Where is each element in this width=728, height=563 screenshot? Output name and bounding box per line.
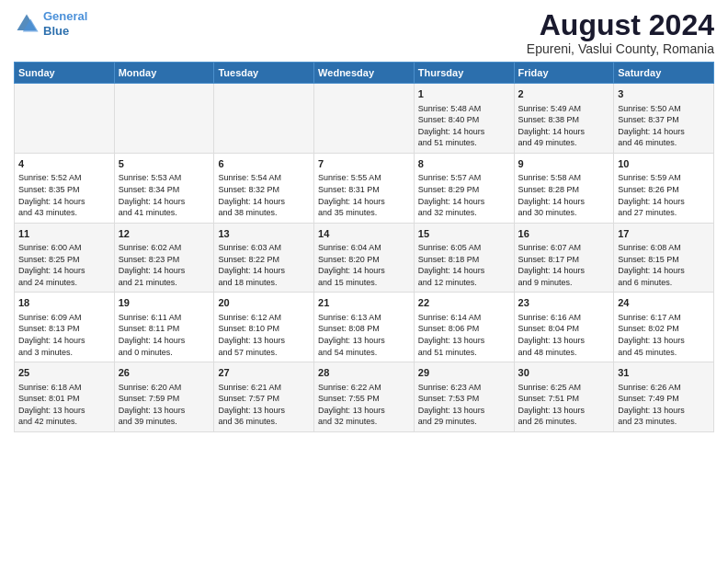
day-info: and 49 minutes. — [518, 138, 577, 147]
day-info: Daylight: 13 hours — [518, 406, 586, 415]
calendar-cell: 24Sunrise: 6:17 AMSunset: 8:02 PMDayligh… — [614, 293, 714, 362]
logo-icon — [14, 11, 40, 37]
day-info: and 38 minutes. — [218, 208, 277, 217]
day-info: and 54 minutes. — [318, 348, 377, 357]
day-info: and 35 minutes. — [318, 208, 377, 217]
day-info: and 26 minutes. — [518, 417, 577, 426]
day-info: Sunrise: 5:58 AM — [518, 173, 582, 182]
day-info: Daylight: 14 hours — [18, 197, 85, 206]
logo: General Blue — [14, 9, 87, 38]
day-info: Sunset: 7:53 PM — [418, 394, 480, 403]
day-info: and 27 minutes. — [618, 208, 677, 217]
day-info: Sunset: 8:17 PM — [518, 255, 580, 264]
col-sunday: Sunday — [15, 63, 115, 84]
day-info: Sunrise: 5:52 AM — [18, 173, 82, 182]
day-info: Sunset: 8:28 PM — [518, 185, 580, 194]
day-info: Daylight: 13 hours — [218, 336, 285, 345]
calendar-cell: 14Sunrise: 6:04 AMSunset: 8:20 PMDayligh… — [314, 223, 415, 293]
day-info: and 51 minutes. — [418, 138, 477, 147]
calendar-cell: 1Sunrise: 5:48 AMSunset: 8:40 PMDaylight… — [414, 84, 514, 154]
calendar-cell: 29Sunrise: 6:23 AMSunset: 7:53 PMDayligh… — [414, 362, 514, 432]
day-number: 7 — [318, 157, 410, 171]
calendar-cell: 31Sunrise: 6:26 AMSunset: 7:49 PMDayligh… — [614, 362, 714, 432]
day-info: Sunset: 8:38 PM — [518, 115, 580, 124]
col-friday: Friday — [514, 63, 614, 84]
day-info: Sunset: 8:10 PM — [218, 324, 279, 333]
day-info: Sunset: 7:51 PM — [518, 394, 580, 403]
day-info: and 24 minutes. — [18, 278, 77, 287]
day-info: Daylight: 13 hours — [418, 336, 485, 345]
day-info: Sunrise: 6:00 AM — [18, 243, 82, 252]
day-info: Sunset: 7:57 PM — [218, 394, 279, 403]
day-info: Daylight: 14 hours — [518, 266, 586, 275]
day-info: Daylight: 13 hours — [618, 406, 685, 415]
calendar-cell: 18Sunrise: 6:09 AMSunset: 8:13 PMDayligh… — [15, 293, 115, 362]
calendar-cell — [314, 84, 415, 154]
day-info: Sunset: 8:40 PM — [418, 115, 480, 124]
day-info: and 43 minutes. — [18, 208, 77, 217]
calendar-cell: 2Sunrise: 5:49 AMSunset: 8:38 PMDaylight… — [514, 84, 614, 154]
day-number: 24 — [618, 296, 710, 310]
day-info: Sunrise: 6:05 AM — [418, 243, 482, 252]
day-info: and 23 minutes. — [618, 417, 677, 426]
calendar-body: 1Sunrise: 5:48 AMSunset: 8:40 PMDaylight… — [15, 84, 714, 432]
day-info: and 39 minutes. — [119, 417, 177, 426]
day-number: 17 — [618, 227, 710, 241]
day-info: Sunrise: 5:54 AM — [218, 173, 281, 182]
day-info: Sunset: 8:37 PM — [618, 115, 679, 124]
day-info: Sunset: 8:25 PM — [18, 255, 80, 264]
day-info: Daylight: 14 hours — [618, 127, 685, 136]
day-number: 13 — [218, 227, 310, 241]
day-info: and 32 minutes. — [318, 417, 377, 426]
day-info: Sunrise: 5:55 AM — [318, 173, 381, 182]
calendar-week-3: 11Sunrise: 6:00 AMSunset: 8:25 PMDayligh… — [15, 223, 714, 293]
day-number: 15 — [418, 227, 510, 241]
day-info: Daylight: 13 hours — [18, 406, 85, 415]
day-info: Sunset: 7:49 PM — [618, 394, 679, 403]
day-number: 30 — [518, 366, 610, 380]
day-info: Sunrise: 6:03 AM — [218, 243, 281, 252]
day-info: Daylight: 14 hours — [318, 197, 385, 206]
day-info: Sunset: 8:13 PM — [18, 324, 80, 333]
day-number: 3 — [618, 87, 710, 101]
day-info: Sunrise: 5:57 AM — [418, 173, 482, 182]
day-info: Sunrise: 6:20 AM — [119, 383, 182, 392]
day-info: Sunset: 8:31 PM — [318, 185, 380, 194]
day-info: Sunset: 8:34 PM — [119, 185, 180, 194]
day-info: Sunrise: 5:59 AM — [618, 173, 681, 182]
calendar-cell: 12Sunrise: 6:02 AMSunset: 8:23 PMDayligh… — [114, 223, 214, 293]
day-info: and 3 minutes. — [18, 348, 73, 357]
calendar-cell: 16Sunrise: 6:07 AMSunset: 8:17 PMDayligh… — [514, 223, 614, 293]
calendar-cell: 22Sunrise: 6:14 AMSunset: 8:06 PMDayligh… — [414, 293, 514, 362]
day-info: Sunset: 8:22 PM — [218, 255, 279, 264]
day-info: Sunrise: 6:11 AM — [119, 313, 182, 322]
day-number: 1 — [418, 87, 510, 101]
day-info: Daylight: 13 hours — [618, 336, 685, 345]
day-info: and 30 minutes. — [518, 208, 577, 217]
day-info: Sunrise: 6:23 AM — [418, 383, 482, 392]
day-info: and 6 minutes. — [618, 278, 672, 287]
day-info: Sunrise: 6:13 AM — [318, 313, 381, 322]
calendar-cell: 7Sunrise: 5:55 AMSunset: 8:31 PMDaylight… — [314, 153, 415, 223]
logo-line2: Blue — [43, 24, 87, 39]
day-info: Sunset: 8:29 PM — [418, 185, 480, 194]
calendar-cell — [15, 84, 115, 154]
calendar-cell: 5Sunrise: 5:53 AMSunset: 8:34 PMDaylight… — [114, 153, 214, 223]
day-info: and 21 minutes. — [119, 278, 177, 287]
day-number: 2 — [518, 87, 610, 101]
calendar-cell: 19Sunrise: 6:11 AMSunset: 8:11 PMDayligh… — [114, 293, 214, 362]
day-info: and 41 minutes. — [119, 208, 177, 217]
day-info: and 18 minutes. — [218, 278, 277, 287]
day-info: Sunset: 8:11 PM — [119, 324, 180, 333]
calendar-cell — [114, 84, 214, 154]
calendar-cell: 11Sunrise: 6:00 AMSunset: 8:25 PMDayligh… — [15, 223, 115, 293]
day-info: Sunrise: 6:02 AM — [119, 243, 182, 252]
calendar-cell: 21Sunrise: 6:13 AMSunset: 8:08 PMDayligh… — [314, 293, 415, 362]
day-info: Sunset: 8:32 PM — [218, 185, 279, 194]
calendar-week-2: 4Sunrise: 5:52 AMSunset: 8:35 PMDaylight… — [15, 153, 714, 223]
day-info: and 45 minutes. — [618, 348, 677, 357]
calendar-cell: 9Sunrise: 5:58 AMSunset: 8:28 PMDaylight… — [514, 153, 614, 223]
day-number: 21 — [318, 296, 410, 310]
subtitle: Epureni, Vaslui County, Romania — [527, 41, 714, 56]
day-info: Daylight: 14 hours — [119, 197, 186, 206]
